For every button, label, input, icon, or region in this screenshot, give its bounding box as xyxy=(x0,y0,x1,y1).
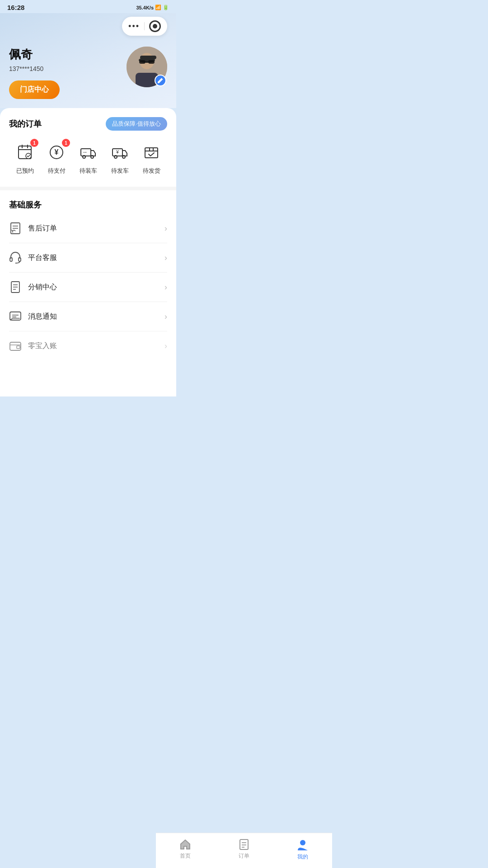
pending-pay-badge: 1 xyxy=(62,139,70,147)
top-button-group: ••• xyxy=(122,17,167,36)
svg-text:¥: ¥ xyxy=(55,148,59,156)
record-button[interactable] xyxy=(149,20,161,32)
order-item-pending-pay[interactable]: ¥ 1 待支付 xyxy=(43,142,70,175)
section-divider xyxy=(0,187,176,190)
distribution-chevron: › xyxy=(164,283,167,292)
booked-label: 已预约 xyxy=(16,167,34,175)
booked-badge: 1 xyxy=(30,139,38,147)
network-speed: 35.4K/s xyxy=(136,5,154,10)
wallet-icon xyxy=(9,340,22,352)
service-item-customer-service[interactable]: 平台客服 › xyxy=(9,243,167,273)
edit-avatar-button[interactable] xyxy=(155,75,166,86)
services-section: 基础服务 售后订单 › xyxy=(0,190,176,360)
more-icon[interactable]: ••• xyxy=(128,22,140,31)
header-area: ••• 佩奇 137****1450 门店中心 xyxy=(0,13,176,108)
profile-row: 佩奇 137****1450 门店中心 xyxy=(9,47,167,99)
distribution-label: 分销中心 xyxy=(28,283,164,292)
svg-point-16 xyxy=(83,156,85,158)
order-icon-wrap-dispatch: ¥ xyxy=(109,142,131,163)
truck-load-icon xyxy=(80,144,96,160)
yuan-circle-icon: ¥ xyxy=(48,144,65,160)
order-icon-wrap-booked: 1 xyxy=(14,142,36,163)
box-check-icon xyxy=(143,144,160,160)
status-right: 35.4K/s 📶 🔋 xyxy=(136,5,169,10)
quality-badge: 品质保障·值得放心 xyxy=(106,117,167,131)
customer-service-chevron: › xyxy=(164,253,167,263)
svg-text:¥: ¥ xyxy=(116,150,119,155)
svg-rect-39 xyxy=(10,342,21,350)
svg-rect-4 xyxy=(140,56,156,59)
divider xyxy=(144,22,145,30)
order-icon-wrap-loading xyxy=(77,142,99,163)
dispatch-label: 待发车 xyxy=(111,167,129,175)
svg-rect-6 xyxy=(148,60,155,64)
after-sale-label: 售后订单 xyxy=(28,224,164,233)
after-sale-chevron: › xyxy=(164,224,167,233)
svg-rect-40 xyxy=(17,346,20,349)
svg-point-21 xyxy=(122,156,125,158)
status-bar: 16:28 35.4K/s 📶 🔋 xyxy=(0,0,176,13)
svg-point-17 xyxy=(91,156,94,158)
basic-services-title: 基础服务 xyxy=(9,199,167,210)
main-card: 我的订单 品质保障·值得放心 1 已预约 xyxy=(0,108,176,396)
customer-service-label: 平台客服 xyxy=(28,253,164,263)
order-icon-wrap-pending-pay: ¥ 1 xyxy=(46,142,67,163)
pencil-icon xyxy=(157,77,164,84)
headset-icon xyxy=(9,251,22,264)
notification-chevron: › xyxy=(164,312,167,321)
order-item-loading[interactable]: 待装车 xyxy=(75,142,102,175)
status-time: 16:28 xyxy=(7,4,24,11)
pending-pay-label: 待支付 xyxy=(48,167,66,175)
order-title: 我的订单 xyxy=(9,118,42,129)
profile-phone: 137****1450 xyxy=(9,65,127,72)
file-return-icon xyxy=(9,222,22,235)
payment-chevron: › xyxy=(164,341,167,351)
svg-rect-23 xyxy=(145,148,158,158)
truck-yuan-icon: ¥ xyxy=(112,144,128,160)
svg-point-20 xyxy=(114,156,117,158)
document-icon xyxy=(9,281,22,293)
profile-name: 佩奇 xyxy=(9,47,127,62)
message-icon xyxy=(9,310,22,323)
service-item-after-sale[interactable]: 售后订单 › xyxy=(9,214,167,243)
service-list: 售后订单 › 平台客服 › xyxy=(9,214,167,360)
order-item-deliver[interactable]: 待发货 xyxy=(138,142,165,175)
order-section: 我的订单 品质保障·值得放心 1 已预约 xyxy=(0,108,176,187)
loading-label: 待装车 xyxy=(80,167,97,175)
svg-rect-5 xyxy=(139,60,145,64)
booked-icon xyxy=(17,144,33,160)
order-header: 我的订单 品质保障·值得放心 xyxy=(9,117,167,131)
order-icon-wrap-deliver xyxy=(141,142,162,163)
service-item-payment[interactable]: 零宝入账 › xyxy=(9,331,167,360)
order-icons: 1 已预约 ¥ 1 待支付 xyxy=(9,142,167,182)
order-item-booked[interactable]: 1 已预约 xyxy=(11,142,38,175)
service-item-distribution[interactable]: 分销中心 › xyxy=(9,273,167,302)
avatar-wrap xyxy=(127,47,167,87)
record-inner xyxy=(153,24,157,28)
profile-info: 佩奇 137****1450 门店中心 xyxy=(9,47,127,99)
deliver-label: 待发货 xyxy=(143,167,160,175)
payment-label: 零宝入账 xyxy=(28,341,164,351)
top-actions: ••• xyxy=(9,17,167,36)
service-item-notification[interactable]: 消息通知 › xyxy=(9,302,167,331)
order-item-dispatch[interactable]: ¥ 待发车 xyxy=(106,142,133,175)
store-center-button[interactable]: 门店中心 xyxy=(9,80,60,99)
notification-label: 消息通知 xyxy=(28,312,164,321)
